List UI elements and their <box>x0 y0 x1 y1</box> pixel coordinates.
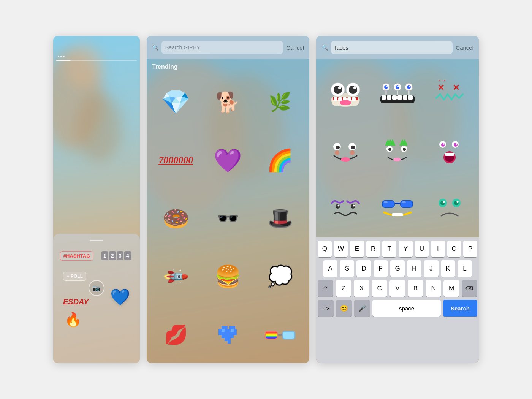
key-t[interactable]: T <box>382 241 396 257</box>
sticker-plant-pot[interactable]: 🌿 <box>255 74 306 131</box>
svg-point-96 <box>456 143 457 145</box>
face-sticker-1[interactable] <box>321 66 370 120</box>
svg-point-50 <box>384 85 388 89</box>
poll-sticker[interactable]: ≡ ≡ POLL POLL <box>63 272 86 281</box>
svg-rect-4 <box>218 329 222 332</box>
face-sticker-8[interactable] <box>373 180 423 234</box>
giphy-sticker-grid: 💎 🐕 🌿 7000000 💜 🌈 🍩 🕶️ 🎩 🚀 <box>147 74 309 363</box>
svg-point-90 <box>393 158 401 162</box>
key-s[interactable]: S <box>340 260 354 277</box>
svg-point-92 <box>441 143 445 147</box>
counter-sticker[interactable]: 1 2 3 4 <box>98 247 135 265</box>
face-sticker-grid: ✕ ✕ <box>316 63 479 238</box>
key-q[interactable]: Q <box>318 241 332 257</box>
sticker-pixel-heart[interactable] <box>203 306 253 363</box>
giphy-cancel-button[interactable]: Cancel <box>286 44 304 51</box>
key-c[interactable]: C <box>372 280 387 297</box>
blue-heart-sticker[interactable]: 💙 <box>110 288 130 306</box>
key-r[interactable]: R <box>366 241 380 257</box>
svg-point-77 <box>351 146 355 149</box>
key-v[interactable]: V <box>390 280 405 297</box>
camera-button[interactable]: 📷 <box>89 280 104 296</box>
key-w[interactable]: W <box>334 241 348 257</box>
key-e[interactable]: E <box>350 241 364 257</box>
sticker-wizard-hat[interactable]: 🎩 <box>255 190 306 247</box>
key-z[interactable]: Z <box>336 280 351 297</box>
sticker-cool-sunglasses[interactable]: 🕶️ <box>203 190 253 247</box>
key-123[interactable]: 123 <box>318 300 334 317</box>
keyboard-row-1: Q W E R T Y U I O P <box>316 238 479 257</box>
svg-rect-63 <box>387 95 391 100</box>
svg-point-103 <box>353 204 355 206</box>
face-sticker-2[interactable] <box>373 66 423 120</box>
svg-point-40 <box>353 86 356 89</box>
sticker-purple-heart[interactable]: 💜 <box>203 132 253 189</box>
key-i[interactable]: I <box>431 241 445 257</box>
key-space[interactable]: space <box>372 300 441 317</box>
key-l[interactable]: L <box>458 260 472 277</box>
panel-faces-keyboard: 🔍 faces Cancel <box>316 36 479 363</box>
key-a[interactable]: A <box>323 260 337 277</box>
sticker-thought-cloud[interactable]: 💭 <box>255 248 306 305</box>
sticker-lips[interactable]: 💋 <box>150 306 201 363</box>
key-h[interactable]: H <box>407 260 421 277</box>
key-g[interactable]: G <box>390 260 405 277</box>
sticker-burger[interactable]: 🍔 <box>203 248 253 305</box>
sticker-rainbow[interactable]: 🌈 <box>255 132 306 189</box>
sticker-dog[interactable]: 🐕 <box>203 74 253 131</box>
tray-handle <box>90 240 103 241</box>
svg-rect-13 <box>228 332 231 335</box>
key-d[interactable]: D <box>356 260 371 277</box>
face-sticker-5[interactable] <box>373 123 423 177</box>
svg-rect-12 <box>225 332 228 335</box>
key-b[interactable]: B <box>408 280 423 297</box>
search-icon: 🔍 <box>152 44 158 51</box>
svg-rect-99 <box>445 153 454 156</box>
svg-rect-64 <box>392 95 397 100</box>
keyboard-row-2: A S D F G H J K L <box>316 257 479 277</box>
key-f[interactable]: F <box>374 260 388 277</box>
key-p[interactable]: P <box>463 241 477 257</box>
face-sticker-9[interactable] <box>424 180 474 234</box>
key-k[interactable]: K <box>441 260 455 277</box>
face-sticker-6[interactable] <box>424 123 474 177</box>
svg-rect-22 <box>228 341 231 344</box>
sticker-7million[interactable]: 7000000 <box>150 132 201 189</box>
face-sticker-4[interactable] <box>321 123 370 177</box>
key-j[interactable]: J <box>424 260 438 277</box>
key-y[interactable]: Y <box>399 241 413 257</box>
key-m[interactable]: M <box>443 280 459 297</box>
panel-stories: #HASHTAG 1 2 3 4 📷 ≡ ≡ POLL POLL <box>53 36 140 363</box>
faces-search-input[interactable]: faces <box>331 41 453 54</box>
search-button[interactable]: Search <box>443 300 477 317</box>
svg-rect-66 <box>403 95 407 100</box>
sticker-donut[interactable]: 🍩 <box>150 190 201 247</box>
svg-rect-30 <box>266 333 277 334</box>
svg-point-114 <box>443 201 445 203</box>
svg-point-55 <box>397 86 399 87</box>
svg-rect-17 <box>225 335 228 338</box>
key-n[interactable]: N <box>426 280 441 297</box>
sticker-rainbow-glasses[interactable] <box>255 306 306 363</box>
svg-rect-2 <box>229 326 232 329</box>
svg-rect-26 <box>283 332 294 339</box>
sticker-rocket[interactable]: 🚀 <box>150 248 201 305</box>
svg-rect-6 <box>225 329 228 332</box>
face-sticker-7[interactable] <box>321 180 370 234</box>
key-o[interactable]: O <box>447 241 461 257</box>
key-emoji[interactable]: 😊 <box>336 300 352 317</box>
hashtag-sticker[interactable]: #HASHTAG <box>59 247 95 265</box>
face-sticker-3[interactable]: ✕ ✕ <box>424 66 474 120</box>
key-mic[interactable]: 🎤 <box>354 300 370 317</box>
key-u[interactable]: U <box>415 241 429 257</box>
sticker-crystal[interactable]: 💎 <box>150 74 201 131</box>
svg-rect-21 <box>228 338 231 341</box>
key-x[interactable]: X <box>354 280 369 297</box>
svg-point-117 <box>456 201 458 203</box>
faces-cancel-button[interactable]: Cancel <box>456 44 473 51</box>
giphy-search-bar: 🔍 Search GIPHY Cancel <box>147 36 309 59</box>
key-shift[interactable]: ⇧ <box>318 280 333 297</box>
giphy-search-input[interactable]: Search GIPHY <box>162 41 283 54</box>
key-delete[interactable]: ⌫ <box>462 280 477 297</box>
svg-rect-65 <box>397 95 402 100</box>
